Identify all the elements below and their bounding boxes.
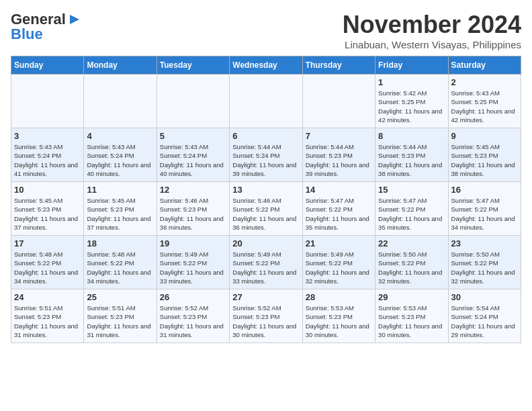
calendar-cell: 15Sunrise: 5:47 AM Sunset: 5:22 PM Dayli…: [375, 182, 448, 236]
calendar-cell: 21Sunrise: 5:49 AM Sunset: 5:22 PM Dayli…: [302, 236, 375, 289]
day-number: 1: [378, 77, 445, 87]
calendar-body: 1Sunrise: 5:42 AM Sunset: 5:25 PM Daylig…: [11, 75, 521, 343]
day-number: 15: [378, 185, 445, 195]
calendar-cell: [11, 75, 84, 128]
calendar-cell: 23Sunrise: 5:50 AM Sunset: 5:22 PM Dayli…: [448, 236, 521, 289]
header: General Blue November 2024 Linabuan, Wes…: [11, 11, 521, 50]
calendar-cell: 16Sunrise: 5:47 AM Sunset: 5:22 PM Dayli…: [448, 182, 521, 236]
day-info: Sunrise: 5:47 AM Sunset: 5:22 PM Dayligh…: [451, 196, 518, 232]
calendar-table: SundayMondayTuesdayWednesdayThursdayFrid…: [11, 56, 521, 343]
title-area: November 2024 Linabuan, Western Visayas,…: [343, 11, 521, 50]
day-info: Sunrise: 5:47 AM Sunset: 5:22 PM Dayligh…: [378, 196, 445, 232]
day-number: 25: [87, 292, 153, 302]
calendar-cell: 11Sunrise: 5:45 AM Sunset: 5:23 PM Dayli…: [84, 182, 157, 236]
day-info: Sunrise: 5:46 AM Sunset: 5:22 PM Dayligh…: [232, 196, 299, 232]
day-number: 22: [378, 238, 445, 248]
calendar-cell: 19Sunrise: 5:49 AM Sunset: 5:22 PM Dayli…: [157, 236, 229, 289]
day-number: 3: [14, 131, 81, 141]
weekday-header-saturday: Saturday: [448, 56, 521, 75]
day-number: 6: [232, 131, 299, 141]
day-number: 26: [160, 292, 226, 302]
day-info: Sunrise: 5:43 AM Sunset: 5:24 PM Dayligh…: [87, 142, 153, 178]
calendar-week-row: 3Sunrise: 5:43 AM Sunset: 5:24 PM Daylig…: [11, 128, 521, 182]
calendar-cell: 30Sunrise: 5:54 AM Sunset: 5:24 PM Dayli…: [448, 289, 521, 343]
day-number: 16: [451, 185, 518, 195]
calendar-cell: 10Sunrise: 5:45 AM Sunset: 5:23 PM Dayli…: [11, 182, 84, 236]
calendar-header-row: SundayMondayTuesdayWednesdayThursdayFrid…: [11, 56, 521, 75]
logo-arrow-icon: [67, 12, 82, 27]
month-title: November 2024: [343, 11, 521, 39]
day-info: Sunrise: 5:43 AM Sunset: 5:24 PM Dayligh…: [14, 142, 81, 178]
weekday-header-sunday: Sunday: [11, 56, 84, 75]
calendar-cell: 14Sunrise: 5:47 AM Sunset: 5:22 PM Dayli…: [302, 182, 375, 236]
calendar-cell: 26Sunrise: 5:52 AM Sunset: 5:23 PM Dayli…: [157, 289, 229, 343]
day-info: Sunrise: 5:50 AM Sunset: 5:22 PM Dayligh…: [451, 250, 518, 285]
day-info: Sunrise: 5:43 AM Sunset: 5:25 PM Dayligh…: [451, 89, 518, 124]
day-info: Sunrise: 5:51 AM Sunset: 5:23 PM Dayligh…: [14, 304, 81, 339]
calendar-cell: 9Sunrise: 5:45 AM Sunset: 5:23 PM Daylig…: [448, 128, 521, 182]
day-info: Sunrise: 5:46 AM Sunset: 5:23 PM Dayligh…: [160, 196, 226, 232]
calendar-cell: 3Sunrise: 5:43 AM Sunset: 5:24 PM Daylig…: [11, 128, 84, 182]
day-info: Sunrise: 5:53 AM Sunset: 5:23 PM Dayligh…: [378, 304, 445, 339]
calendar-cell: 24Sunrise: 5:51 AM Sunset: 5:23 PM Dayli…: [11, 289, 84, 343]
logo: General Blue: [11, 11, 82, 43]
day-info: Sunrise: 5:52 AM Sunset: 5:23 PM Dayligh…: [232, 304, 299, 339]
weekday-header-thursday: Thursday: [302, 56, 375, 75]
calendar-cell: 5Sunrise: 5:43 AM Sunset: 5:24 PM Daylig…: [157, 128, 229, 182]
day-info: Sunrise: 5:45 AM Sunset: 5:23 PM Dayligh…: [14, 196, 81, 232]
day-number: 12: [160, 185, 226, 195]
day-number: 27: [232, 292, 299, 302]
calendar-cell: 13Sunrise: 5:46 AM Sunset: 5:22 PM Dayli…: [230, 182, 302, 236]
calendar-week-row: 1Sunrise: 5:42 AM Sunset: 5:25 PM Daylig…: [11, 75, 521, 128]
day-info: Sunrise: 5:43 AM Sunset: 5:24 PM Dayligh…: [160, 142, 226, 178]
day-info: Sunrise: 5:54 AM Sunset: 5:24 PM Dayligh…: [451, 304, 518, 339]
day-number: 17: [14, 238, 81, 248]
day-info: Sunrise: 5:49 AM Sunset: 5:22 PM Dayligh…: [232, 250, 299, 285]
day-info: Sunrise: 5:50 AM Sunset: 5:22 PM Dayligh…: [378, 250, 445, 285]
day-number: 21: [306, 238, 372, 248]
calendar-cell: 27Sunrise: 5:52 AM Sunset: 5:23 PM Dayli…: [230, 289, 302, 343]
day-info: Sunrise: 5:45 AM Sunset: 5:23 PM Dayligh…: [87, 196, 153, 232]
day-number: 18: [87, 238, 153, 248]
calendar-cell: 22Sunrise: 5:50 AM Sunset: 5:22 PM Dayli…: [375, 236, 448, 289]
day-number: 14: [306, 185, 372, 195]
day-info: Sunrise: 5:45 AM Sunset: 5:23 PM Dayligh…: [451, 142, 518, 178]
calendar-cell: 8Sunrise: 5:44 AM Sunset: 5:23 PM Daylig…: [375, 128, 448, 182]
weekday-header-monday: Monday: [84, 56, 157, 75]
logo-blue: Blue: [11, 26, 43, 43]
day-number: 19: [160, 238, 226, 248]
day-number: 13: [232, 185, 299, 195]
calendar-cell: 29Sunrise: 5:53 AM Sunset: 5:23 PM Dayli…: [375, 289, 448, 343]
calendar-cell: [230, 75, 302, 128]
day-number: 11: [87, 185, 153, 195]
svg-marker-0: [70, 15, 79, 24]
location-subtitle: Linabuan, Western Visayas, Philippines: [343, 39, 521, 50]
day-info: Sunrise: 5:44 AM Sunset: 5:23 PM Dayligh…: [306, 142, 372, 178]
calendar-week-row: 10Sunrise: 5:45 AM Sunset: 5:23 PM Dayli…: [11, 182, 521, 236]
weekday-header-friday: Friday: [375, 56, 448, 75]
calendar-cell: 4Sunrise: 5:43 AM Sunset: 5:24 PM Daylig…: [84, 128, 157, 182]
day-number: 28: [306, 292, 372, 302]
day-info: Sunrise: 5:49 AM Sunset: 5:22 PM Dayligh…: [306, 250, 372, 285]
day-info: Sunrise: 5:48 AM Sunset: 5:22 PM Dayligh…: [87, 250, 153, 285]
calendar-cell: 6Sunrise: 5:44 AM Sunset: 5:24 PM Daylig…: [230, 128, 302, 182]
calendar-cell: 18Sunrise: 5:48 AM Sunset: 5:22 PM Dayli…: [84, 236, 157, 289]
calendar-cell: 28Sunrise: 5:53 AM Sunset: 5:23 PM Dayli…: [302, 289, 375, 343]
day-number: 30: [451, 292, 518, 302]
day-number: 2: [451, 77, 518, 87]
calendar-week-row: 24Sunrise: 5:51 AM Sunset: 5:23 PM Dayli…: [11, 289, 521, 343]
day-number: 9: [451, 131, 518, 141]
calendar-cell: 17Sunrise: 5:48 AM Sunset: 5:22 PM Dayli…: [11, 236, 84, 289]
calendar-cell: 1Sunrise: 5:42 AM Sunset: 5:25 PM Daylig…: [375, 75, 448, 128]
day-info: Sunrise: 5:52 AM Sunset: 5:23 PM Dayligh…: [160, 304, 226, 339]
calendar-cell: 2Sunrise: 5:43 AM Sunset: 5:25 PM Daylig…: [448, 75, 521, 128]
day-info: Sunrise: 5:48 AM Sunset: 5:22 PM Dayligh…: [14, 250, 81, 285]
calendar-cell: 25Sunrise: 5:51 AM Sunset: 5:23 PM Dayli…: [84, 289, 157, 343]
calendar-cell: [84, 75, 157, 128]
weekday-header-tuesday: Tuesday: [157, 56, 229, 75]
day-info: Sunrise: 5:44 AM Sunset: 5:23 PM Dayligh…: [378, 142, 445, 178]
calendar-cell: [302, 75, 375, 128]
calendar-cell: 7Sunrise: 5:44 AM Sunset: 5:23 PM Daylig…: [302, 128, 375, 182]
day-info: Sunrise: 5:47 AM Sunset: 5:22 PM Dayligh…: [306, 196, 372, 232]
day-number: 20: [232, 238, 299, 248]
